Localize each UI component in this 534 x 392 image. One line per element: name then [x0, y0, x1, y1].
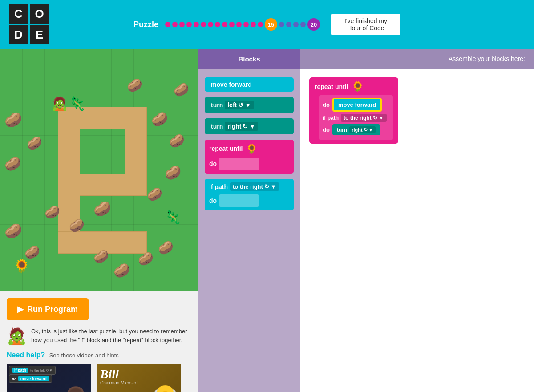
turn-left-block[interactable]: turn left ↺ ▼ [205, 97, 294, 113]
potato-8: 🥔 [169, 133, 185, 148]
dot-8[interactable] [215, 22, 220, 27]
dot-total[interactable]: 20 [307, 18, 320, 31]
do-slot[interactable] [219, 158, 259, 170]
potato-14: 🥔 [113, 263, 130, 278]
blocks-workspace: move forward turn left ↺ ▼ turn right [198, 69, 534, 392]
hint-text: Ok, this is just like the last puzzle, b… [31, 327, 191, 344]
ifpath-block-palette[interactable]: if path to the right ↻ ▼ do [205, 179, 294, 210]
dot-17[interactable] [286, 22, 291, 27]
potato-17: 🥔 [174, 82, 189, 97]
video-thumb-maze[interactable]: if path to the left ↺▼ do move forward 👩… [7, 364, 91, 392]
dot-18[interactable] [293, 22, 299, 27]
assembled-turn-rotate-icon: ↻ [364, 127, 368, 133]
assembled-turn-dropdown-icon[interactable]: ▼ [368, 127, 373, 133]
assembled-repeat-header: repeat until 🌻 [315, 81, 393, 93]
turn-right-text: turn [211, 123, 223, 130]
dot-1[interactable] [165, 22, 170, 27]
assembled-blocks: repeat until 🌻 do move forward [309, 77, 398, 144]
logo: C O D E [9, 4, 49, 44]
do-row: do [209, 158, 289, 170]
assembled-sunflower-icon: 🌻 [352, 81, 364, 93]
path-rotate-icon: ↻ [264, 183, 269, 190]
ifpath-header: if path to the right ↻ ▼ [209, 182, 289, 191]
need-help-section: Need help? See these videos and hints [7, 351, 191, 359]
need-help-subtitle: See these videos and hints [49, 352, 119, 359]
turn-left-dropdown-icon[interactable]: ▼ [245, 101, 251, 109]
assembled-do-row-2: do turn right ↻ ▼ [323, 124, 389, 135]
puzzle-label: Puzzle [134, 20, 158, 29]
assembled-rotate-icon: ↻ [373, 115, 377, 121]
assemble-header: Assemble your blocks here: [300, 49, 534, 69]
dot-3[interactable] [179, 22, 185, 27]
turn-right-rotate-icon: ↻ [243, 123, 248, 130]
logo-o: O [30, 4, 49, 24]
sunflower-palette-icon: 🌻 [246, 143, 257, 154]
dot-10[interactable] [229, 22, 235, 27]
dot-11[interactable] [236, 22, 242, 27]
dot-14[interactable] [258, 22, 263, 27]
assembled-path-selector[interactable]: to the right ↻ ▼ [341, 114, 387, 122]
dot-7[interactable] [208, 22, 213, 27]
assembled-do-row-1: do move forward [323, 98, 389, 112]
bottom-area: ▶ Run Program 🧟 Ok, this is just like th… [0, 291, 198, 392]
turn-left-text: turn [211, 101, 223, 109]
assemble-area[interactable]: repeat until 🌻 do move forward [300, 69, 534, 392]
repeat-block-palette[interactable]: repeat until 🌻 do [205, 140, 294, 174]
assembled-turn-selector[interactable]: right ↻ ▼ [349, 126, 375, 133]
turn-right-selector[interactable]: right ↻ ▼ [225, 122, 258, 131]
dot-12[interactable] [243, 22, 249, 27]
assembled-move-forward[interactable]: move forward [332, 98, 382, 112]
blocks-header: Blocks Assemble your blocks here: [198, 49, 534, 69]
move-forward-label: move forward [211, 81, 252, 88]
turn-right-block[interactable]: turn right ↻ ▼ [205, 118, 294, 134]
finished-button[interactable]: I've finished my Hour of Code [331, 14, 400, 35]
assembled-if-row: if path to the right ↻ ▼ [323, 114, 389, 122]
logo-e: E [30, 25, 49, 44]
potato-9: 🥔 [165, 165, 181, 180]
dot-13[interactable] [251, 22, 256, 27]
dot-19[interactable] [300, 22, 306, 27]
enemy-zombie: 🦎 [69, 96, 85, 111]
logo-c: C [9, 4, 28, 24]
dot-current[interactable]: 15 [265, 18, 277, 31]
assembled-turn-block[interactable]: turn right ↻ ▼ [332, 124, 380, 135]
dot-16[interactable] [279, 22, 284, 27]
need-help-title: Need help? [7, 351, 45, 359]
blocks-tab[interactable]: Blocks [198, 49, 300, 69]
path-dropdown-icon[interactable]: ▼ [271, 183, 276, 190]
dot-9[interactable] [222, 22, 227, 27]
path-tile [125, 107, 147, 196]
dot-2[interactable] [172, 22, 178, 27]
assembled-do-section: do move forward if path to the right ↻ [319, 95, 393, 140]
do-row-2: do [209, 194, 289, 207]
turn-left-rotate-icon: ↺ [238, 101, 243, 109]
potato-3: 🥔 [4, 156, 21, 171]
puzzle-navigation: Puzzle 15 20 I've finished my Hour of Co… [134, 14, 400, 35]
do-slot-2[interactable] [219, 194, 259, 207]
assembled-dropdown-icon[interactable]: ▼ [379, 115, 384, 121]
run-program-button[interactable]: ▶ Run Program [7, 298, 89, 320]
turn-right-dropdown-icon[interactable]: ▼ [249, 123, 255, 130]
turn-left-selector[interactable]: left ↺ ▼ [225, 101, 254, 109]
game-canvas: 🧟 🦎 🌻 🦎 🥔 🥔 🥔 🥔 🥔 🥔 🥔 🥔 🥔 🥔 🥔 🥔 🥔 🥔 🥔 [0, 49, 198, 291]
video-bill-img: Bill Chairman Microsoft 👴 [97, 364, 181, 392]
dot-6[interactable] [201, 22, 206, 27]
enemy-zombie-2: 🦎 [165, 209, 181, 225]
repeat-header: repeat until 🌻 [209, 143, 289, 154]
dot-5[interactable] [194, 22, 199, 27]
right-panel: Blocks Assemble your blocks here: move f… [198, 49, 534, 392]
assembled-repeat-block[interactable]: repeat until 🌻 do move forward [309, 77, 398, 144]
potato-2: 🥔 [27, 136, 42, 150]
puzzle-dots-completed: 15 20 [165, 18, 320, 31]
potato-10: 🥔 [147, 187, 162, 202]
video-thumb-bill[interactable]: Bill Chairman Microsoft 👴 If Block [97, 364, 181, 392]
player-character: 🧟 [51, 96, 68, 111]
main-content: 🧟 🦎 🌻 🦎 🥔 🥔 🥔 🥔 🥔 🥔 🥔 🥔 🥔 🥔 🥔 🥔 🥔 🥔 🥔 [0, 49, 534, 392]
path-selector[interactable]: to the right ↻ ▼ [230, 182, 279, 191]
move-forward-block[interactable]: move forward [205, 77, 294, 92]
potato-6: 🥔 [93, 200, 111, 217]
dot-4[interactable] [186, 22, 192, 27]
potato-7: 🥔 [151, 111, 168, 127]
potato-5: 🥔 [69, 218, 85, 233]
play-icon: ▶ [17, 304, 24, 314]
